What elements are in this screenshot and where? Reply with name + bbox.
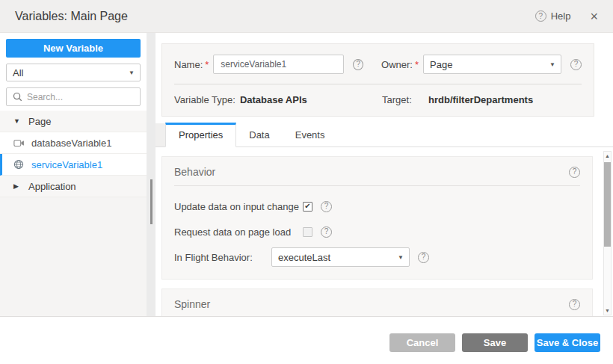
name-owner-row: Name: * ? Owner: * Page ▼ ? (174, 55, 582, 74)
help-icon[interactable]: ? (535, 10, 546, 22)
name-help-icon[interactable]: ? (353, 59, 363, 70)
behavior-section-header: Behavior ? (174, 166, 580, 178)
target-label: Target: (382, 94, 428, 105)
in-flight-field-row: In Flight Behavior: executeLast ▼ ? (174, 244, 580, 270)
name-label: Name: (174, 59, 203, 70)
main-scrollbar[interactable]: ▲ ▼ (603, 151, 612, 315)
update-data-label: Update data on input change (174, 201, 303, 212)
owner-help-icon[interactable]: ? (570, 59, 582, 70)
request-data-help-icon[interactable]: ? (321, 226, 332, 238)
tree-group-application[interactable]: ▶ Application (0, 176, 147, 197)
check-icon: ✔ (304, 203, 310, 210)
title-bar: Variables: Main Page ? Help × (0, 0, 613, 33)
card-divider (174, 84, 582, 84)
in-flight-select-value: executeLast (278, 252, 330, 263)
request-data-checkbox[interactable]: ✔ (303, 227, 312, 237)
tab-data[interactable]: Data (236, 123, 282, 146)
search-icon (13, 92, 22, 102)
update-data-field-row: Update data on input change ✔ ? (174, 194, 580, 219)
filter-select-value: All (13, 67, 23, 78)
tree-group-label: Application (28, 181, 76, 192)
caret-right-icon[interactable]: ▶ (13, 182, 22, 190)
variable-tree: ▼ Page databaseVariable1 serviceVariable… (0, 111, 147, 197)
tab-bar-spacer (155, 123, 165, 146)
sidebar-filler (0, 197, 147, 316)
save-and-close-button[interactable]: Save & Close (535, 333, 600, 352)
tree-group-label: Page (28, 116, 51, 127)
page-title: Variables: Main Page (15, 10, 128, 23)
content-area: New Variable All ▼ ▼ Page (0, 33, 613, 317)
spinner-section: Spinner ? (161, 289, 593, 316)
name-input[interactable] (213, 55, 344, 74)
variable-type-label: Variable Type: (174, 94, 235, 105)
search-input[interactable] (27, 92, 143, 102)
owner-label: Owner: (381, 59, 413, 70)
required-marker: * (205, 59, 209, 70)
spinner-help-icon[interactable]: ? (569, 299, 580, 310)
request-data-field-row: Request data on page load ✔ ? (174, 219, 580, 244)
type-target-row: Variable Type: Database APIs Target: hrd… (174, 94, 582, 105)
spinner-section-header: Spinner ? (174, 298, 580, 310)
behavior-help-icon[interactable]: ? (569, 167, 580, 178)
sidebar-scrollbar-thumb[interactable] (150, 179, 153, 224)
spinner-section-title: Spinner (174, 298, 569, 310)
chevron-down-icon: ▼ (398, 254, 404, 261)
service-variable-globe-icon (13, 160, 25, 170)
tree-item-label: serviceVariable1 (31, 159, 102, 170)
chevron-down-icon: ▼ (549, 61, 555, 68)
variable-summary-card: Name: * ? Owner: * Page ▼ ? (161, 43, 594, 117)
tab-bar: Properties Data Events (155, 124, 613, 147)
tree-item-servicevariable1[interactable]: serviceVariable1 (0, 154, 147, 176)
main-scrollbar-thumb[interactable] (604, 162, 611, 247)
variable-type-value: Database APIs (240, 94, 307, 105)
main-panel: Name: * ? Owner: * Page ▼ ? (155, 33, 613, 316)
in-flight-label: In Flight Behavior: (174, 252, 271, 263)
in-flight-select[interactable]: executeLast ▼ (271, 247, 410, 267)
scroll-up-icon[interactable]: ▲ (604, 153, 611, 158)
variable-type-group: Variable Type: Database APIs (174, 94, 382, 105)
behavior-section: Behavior ? Update data on input change ✔… (161, 156, 593, 280)
caret-down-icon[interactable]: ▼ (13, 117, 22, 125)
sidebar-scrollbar[interactable] (147, 33, 155, 316)
request-data-label: Request data on page load (174, 226, 303, 238)
variables-dialog: Variables: Main Page ? Help × New Variab… (0, 0, 613, 364)
save-button[interactable]: Save (462, 333, 528, 352)
sidebar-controls: New Variable All ▼ (0, 33, 147, 111)
scroll-down-icon[interactable]: ▼ (604, 308, 611, 313)
tab-properties[interactable]: Properties (165, 123, 236, 147)
update-data-checkbox[interactable]: ✔ (303, 202, 312, 212)
behavior-section-title: Behavior (174, 166, 569, 178)
required-marker: * (415, 59, 419, 70)
properties-scroll-area: Behavior ? Update data on input change ✔… (155, 147, 613, 316)
help-label[interactable]: Help (551, 10, 571, 22)
database-variable-icon (13, 138, 25, 148)
in-flight-help-icon[interactable]: ? (418, 252, 429, 263)
tree-group-page[interactable]: ▼ Page (0, 111, 147, 132)
owner-group: Owner: * Page ▼ ? (381, 55, 582, 74)
section-divider (174, 185, 580, 186)
footer-bar: Cancel Save Save & Close (0, 317, 613, 364)
chevron-down-icon: ▼ (129, 70, 135, 76)
filter-select[interactable]: All ▼ (6, 64, 141, 81)
help-button[interactable]: ? Help (535, 10, 571, 22)
sidebar: New Variable All ▼ ▼ Page (0, 33, 147, 316)
update-data-help-icon[interactable]: ? (321, 201, 332, 212)
tree-item-databasevariable1[interactable]: databaseVariable1 (0, 132, 147, 154)
cancel-button[interactable]: Cancel (389, 333, 455, 352)
target-value: hrdb/filterDepartments (428, 94, 533, 105)
owner-select[interactable]: Page ▼ (423, 55, 561, 74)
close-icon[interactable]: × (590, 10, 598, 23)
tab-events[interactable]: Events (283, 123, 338, 146)
search-box[interactable] (6, 87, 141, 106)
owner-select-value: Page (430, 59, 452, 70)
new-variable-button[interactable]: New Variable (6, 39, 141, 58)
tree-item-label: databaseVariable1 (31, 138, 111, 149)
